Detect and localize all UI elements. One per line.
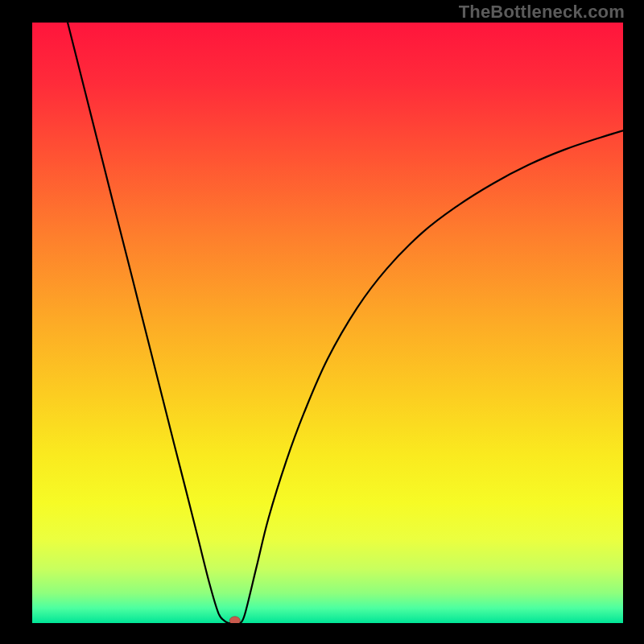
- plot-svg: [32, 23, 623, 623]
- watermark-text: TheBottleneck.com: [459, 2, 625, 23]
- gradient-background: [32, 23, 623, 623]
- chart-frame: TheBottleneck.com: [0, 0, 644, 644]
- optimum-marker: [229, 617, 240, 623]
- plot-area: [32, 23, 623, 623]
